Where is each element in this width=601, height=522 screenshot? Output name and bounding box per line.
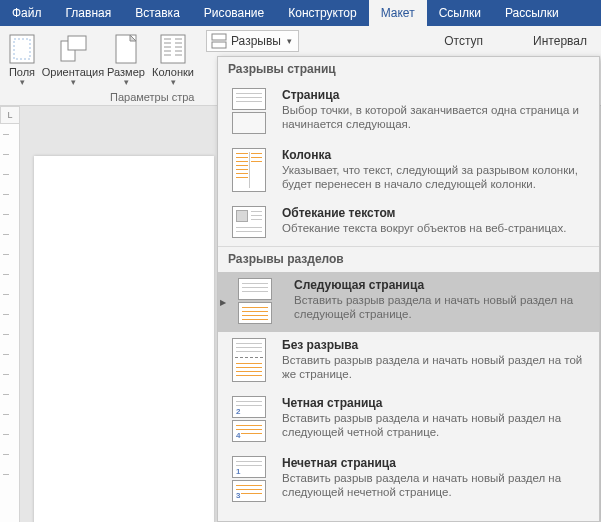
indent-label: Отступ: [444, 34, 483, 48]
tab-design[interactable]: Конструктор: [276, 0, 368, 26]
chevron-down-icon: ▾: [124, 78, 129, 86]
odd-page-break-icon: 1 3: [228, 456, 270, 502]
breaks-icon: [211, 33, 227, 49]
breaks-label: Разрывы: [231, 34, 281, 48]
orientation-icon: [58, 34, 88, 64]
columns-button[interactable]: Колонки ▾: [148, 30, 198, 86]
break-text-wrapping[interactable]: Обтекание текстом Обтекание текста вокру…: [218, 200, 599, 246]
page[interactable]: [34, 156, 214, 522]
svg-rect-18: [212, 42, 226, 48]
tab-mailings[interactable]: Рассылки: [493, 0, 571, 26]
item-desc: Вставить разрыв раздела и начать новый р…: [282, 353, 589, 381]
tab-file[interactable]: Файл: [0, 0, 54, 26]
margins-button[interactable]: Поля ▾: [2, 30, 42, 86]
column-break-icon: [228, 148, 270, 192]
item-title: Без разрыва: [282, 338, 589, 352]
next-page-break-icon: [234, 278, 276, 324]
item-title: Колонка: [282, 148, 589, 162]
item-title: Четная страница: [282, 396, 589, 410]
break-page[interactable]: Страница Выбор точки, в которой заканчив…: [218, 82, 599, 142]
vertical-ruler: [0, 124, 20, 522]
size-icon: [114, 34, 138, 64]
breaks-dropdown: Разрывы страниц Страница Выбор точки, в …: [217, 56, 600, 522]
item-desc: Вставить разрыв раздела и начать новый р…: [282, 471, 589, 499]
text-wrap-break-icon: [228, 206, 270, 238]
spacing-label: Интервал: [533, 34, 587, 48]
item-title: Страница: [282, 88, 589, 102]
breaks-button[interactable]: Разрывы ▾: [206, 30, 299, 52]
item-desc: Выбор точки, в которой заканчивается одн…: [282, 103, 589, 131]
break-column[interactable]: Колонка Указывает, что текст, следующий …: [218, 142, 599, 200]
tab-layout[interactable]: Макет: [369, 0, 427, 26]
orientation-button[interactable]: Ориентация ▾: [42, 30, 104, 86]
break-even-page[interactable]: 2 4 Четная страница Вставить разрыв разд…: [218, 390, 599, 450]
tab-draw[interactable]: Рисование: [192, 0, 276, 26]
ribbon-tabs: Файл Главная Вставка Рисование Конструкт…: [0, 0, 601, 26]
page-break-icon: [228, 88, 270, 134]
margins-icon: [8, 34, 36, 64]
chevron-down-icon: ▾: [171, 78, 176, 86]
tab-home[interactable]: Главная: [54, 0, 124, 26]
ruler-corner: L: [0, 106, 20, 124]
tab-references[interactable]: Ссылки: [427, 0, 493, 26]
item-title: Нечетная страница: [282, 456, 589, 470]
break-continuous[interactable]: Без разрыва Вставить разрыв раздела и на…: [218, 332, 599, 390]
columns-icon: [160, 34, 186, 64]
item-desc: Указывает, что текст, следующий за разры…: [282, 163, 589, 191]
group-caption: Параметры стра: [110, 91, 194, 103]
tab-insert[interactable]: Вставка: [123, 0, 192, 26]
page-setup-group: Поля ▾ Ориентация ▾ Размер ▾: [0, 26, 200, 86]
item-title: Обтекание текстом: [282, 206, 589, 220]
size-button[interactable]: Размер ▾: [104, 30, 148, 86]
svg-rect-3: [68, 36, 86, 50]
item-desc: Вставить разрыв раздела и начать новый р…: [294, 293, 589, 321]
svg-rect-17: [212, 34, 226, 40]
continuous-break-icon: [228, 338, 270, 382]
item-desc: Обтекание текста вокруг объектов на веб-…: [282, 221, 589, 235]
break-next-page[interactable]: Следующая страница Вставить разрыв разде…: [218, 272, 599, 332]
item-title: Следующая страница: [294, 278, 589, 292]
chevron-down-icon: ▾: [287, 36, 292, 46]
ribbon-right: Отступ Интервал: [414, 26, 601, 48]
chevron-down-icon: ▾: [71, 78, 76, 86]
even-page-break-icon: 2 4: [228, 396, 270, 442]
break-odd-page[interactable]: 1 3 Нечетная страница Вставить разрыв ра…: [218, 450, 599, 510]
item-desc: Вставить разрыв раздела и начать новый р…: [282, 411, 589, 439]
page-breaks-header: Разрывы страниц: [218, 57, 599, 82]
section-breaks-header: Разрывы разделов: [218, 247, 599, 272]
chevron-down-icon: ▾: [20, 78, 25, 86]
